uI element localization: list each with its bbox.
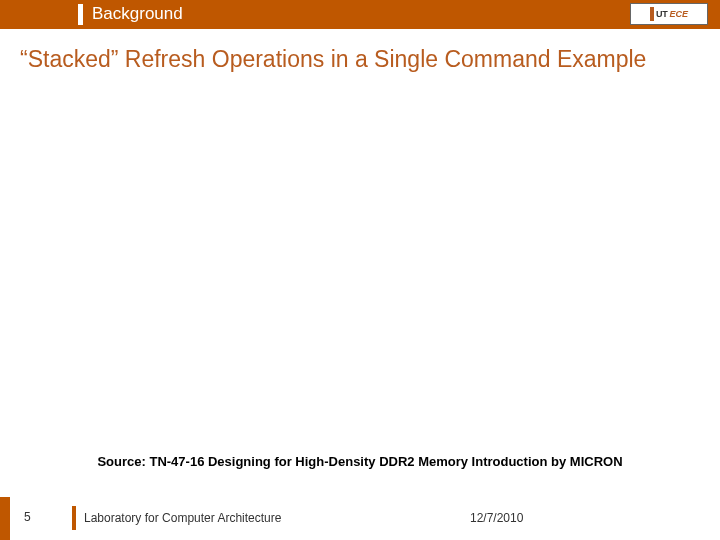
footer-date: 12/7/2010: [470, 511, 523, 525]
slide-title: “Stacked” Refresh Operations in a Single…: [20, 46, 646, 73]
ut-ece-logo: UT ECE: [630, 3, 708, 25]
footer-left-bar: [0, 497, 10, 540]
logo-ut: UT: [656, 9, 667, 19]
page-number: 5: [24, 510, 31, 524]
tower-icon: [650, 7, 654, 21]
footer-lab: Laboratory for Computer Architecture: [84, 511, 281, 525]
header-accent: [78, 4, 83, 25]
logo-ece: ECE: [669, 9, 688, 19]
slide: Background UT ECE “Stacked” Refresh Oper…: [0, 0, 720, 540]
footer-accent: [72, 506, 76, 530]
header-section-title: Background: [92, 4, 183, 24]
source-citation: Source: TN-47-16 Designing for High-Dens…: [0, 454, 720, 469]
header-bar: Background UT ECE: [0, 0, 720, 29]
